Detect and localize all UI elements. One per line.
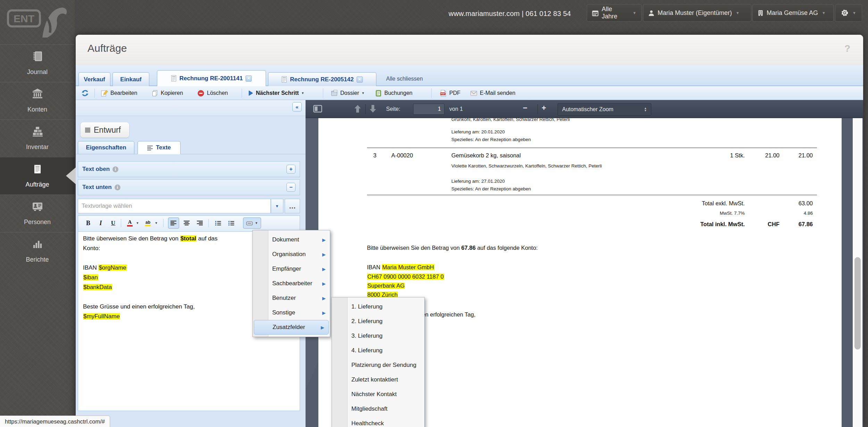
- menu-item-organisation[interactable]: Organisation▶: [253, 247, 330, 262]
- toolbar-separator: [94, 89, 95, 98]
- close-icon[interactable]: ✕: [245, 75, 252, 82]
- section-title: Text unten: [82, 184, 112, 191]
- tab-texte[interactable]: Texte: [137, 141, 181, 154]
- variable-menu: Dokument▶ Organisation▶ Empfänger▶ Sachb…: [252, 230, 330, 337]
- editor-toolbar-separator: [121, 219, 121, 227]
- submenu-item-3-lieferung[interactable]: 3. Lieferung: [332, 329, 424, 343]
- pdf-sidebar-toggle-icon[interactable]: [313, 105, 322, 113]
- close-all-tabs-link[interactable]: Alle schliessen: [386, 76, 423, 82]
- submenu-item-naechster-kontakt[interactable]: Nächster Kontakt: [332, 387, 424, 402]
- copy-button[interactable]: Kopieren: [150, 87, 184, 99]
- zoom-in-button[interactable]: +: [542, 104, 546, 113]
- next-step-button[interactable]: Nächster Schritt ▼: [247, 87, 306, 99]
- italic-button[interactable]: I: [95, 217, 106, 229]
- dossier-button[interactable]: Dossier ▼: [329, 87, 366, 99]
- align-right-button[interactable]: [194, 217, 206, 229]
- calendar-icon: [592, 10, 599, 16]
- menu-item-sachbearbeiter[interactable]: Sachbearbeiter▶: [253, 276, 330, 291]
- collapse-section-button[interactable]: −: [286, 183, 295, 192]
- company-menu-button[interactable]: Maria Gemüse AG ▼: [752, 4, 834, 22]
- year-filter-button[interactable]: Alle Jahre ▼: [587, 4, 642, 22]
- menu-item-benutzer[interactable]: Benutzer▶: [253, 291, 330, 305]
- tab-label: Eigenschaften: [86, 144, 126, 151]
- chevron-down-icon: ▼: [275, 204, 279, 208]
- previous-page-icon[interactable]: [353, 104, 362, 113]
- year-filter-label: Alle Jahre: [602, 6, 629, 20]
- boxes-icon: [0, 125, 75, 137]
- next-page-icon[interactable]: [369, 104, 377, 113]
- bold-button[interactable]: B: [83, 217, 94, 229]
- text-top-section[interactable]: Text oben i +: [78, 161, 300, 177]
- zoom-out-button[interactable]: −: [523, 104, 527, 113]
- close-icon[interactable]: ✕: [357, 76, 363, 83]
- sidebar-item-auftraege[interactable]: Aufträge: [0, 157, 75, 195]
- submenu-item-2-lieferung[interactable]: 2. Lieferung: [332, 314, 424, 329]
- receipt-icon: [0, 163, 75, 175]
- submenu-item-zuletzt-kontaktiert[interactable]: Zuletzt kontaktiert: [332, 372, 424, 387]
- font-color-caret[interactable]: ▼: [135, 217, 140, 229]
- menu-item-dokument[interactable]: Dokument▶: [253, 232, 330, 247]
- template-dropdown-button[interactable]: ▼: [271, 199, 283, 213]
- text-lines-icon: [147, 145, 153, 150]
- select-arrows-icon: ▲▼: [644, 107, 647, 112]
- tab-rechnung-re-2001141[interactable]: Rechnung RE-2001141 ✕: [157, 70, 266, 86]
- bookings-button[interactable]: Buchungen: [374, 87, 414, 99]
- tab-rechnung-re-2005142[interactable]: Rechnung RE-2005142 ✕: [268, 72, 376, 86]
- text-bottom-section[interactable]: Text unten i −: [78, 179, 300, 195]
- submenu-item-healthcheck[interactable]: Healthcheck: [332, 416, 424, 427]
- page-number-input[interactable]: [413, 104, 444, 115]
- sidebar-item-personen[interactable]: Personen: [0, 195, 75, 232]
- tab-einkauf[interactable]: Einkauf: [112, 72, 149, 86]
- page-label: Seite:: [386, 106, 400, 112]
- editor-line: $bankData: [83, 284, 112, 291]
- align-left-button[interactable]: [168, 217, 179, 229]
- template-select-input[interactable]: [78, 199, 271, 213]
- menu-item-empfaenger[interactable]: Empfänger▶: [253, 262, 330, 276]
- pdf-scrollbar-thumb[interactable]: [854, 257, 861, 350]
- submenu-item-platzierung[interactable]: Platzierung der Sendung: [332, 358, 424, 372]
- invoice-row-divider: [367, 147, 817, 149]
- invoice-row-qty: 1 Stk.: [730, 152, 745, 159]
- button-label: Bearbeiten: [110, 90, 137, 96]
- font-color-button[interactable]: A: [124, 217, 135, 229]
- invoice-item-description: Violette Karotten, Schwarzwurzeln, Karto…: [451, 163, 602, 169]
- delete-icon: [197, 90, 205, 97]
- sidebar-item-konten[interactable]: Konten: [0, 82, 75, 120]
- tab-eigenschaften[interactable]: Eigenschaften: [78, 141, 134, 154]
- delete-button[interactable]: Löschen: [196, 87, 229, 99]
- align-center-button[interactable]: [181, 217, 192, 229]
- submenu-item-mitgliedschaft[interactable]: Mitgliedschaft: [332, 402, 424, 416]
- button-label: PDF: [449, 90, 460, 96]
- sidebar-item-berichte[interactable]: Berichte: [0, 232, 75, 270]
- help-icon[interactable]: ?: [844, 43, 850, 54]
- menu-item-zusatzfelder[interactable]: Zusatzfelder▶: [254, 320, 329, 335]
- send-email-button[interactable]: E-Mail senden: [469, 87, 517, 99]
- insert-variable-button[interactable]: ▼: [243, 217, 261, 229]
- user-menu-button[interactable]: Maria Muster (Eigentümer) ▼: [643, 4, 751, 22]
- chevron-down-icon: ▼: [852, 11, 856, 15]
- editor-toolbar-separator: [208, 219, 209, 227]
- tab-verkauf[interactable]: Verkauf: [78, 72, 110, 86]
- submenu-item-1-lieferung[interactable]: 1. Lieferung: [332, 299, 424, 314]
- underline-button[interactable]: U: [108, 217, 119, 229]
- settings-button[interactable]: ▼: [835, 4, 862, 22]
- refresh-button[interactable]: [80, 87, 90, 99]
- sidebar-item-inventar[interactable]: Inventar: [0, 120, 75, 157]
- edit-button[interactable]: Bearbeiten: [99, 87, 139, 99]
- expand-section-button[interactable]: +: [286, 165, 295, 174]
- zoom-mode-select[interactable]: Automatischer Zoom ▲▼: [558, 103, 651, 116]
- submenu-item-4-lieferung[interactable]: 4. Lieferung: [332, 343, 424, 358]
- button-label: Löschen: [207, 90, 228, 96]
- collapse-panel-button[interactable]: «: [292, 102, 302, 112]
- highlight-caret[interactable]: ▼: [153, 217, 159, 229]
- bullet-list-button[interactable]: [226, 217, 237, 229]
- pdf-file-icon: PDF: [440, 90, 447, 97]
- editor-line: Beste Grüsse und einen erfolgreichen Tag…: [83, 303, 195, 310]
- pdf-button[interactable]: PDF PDF: [438, 87, 462, 99]
- menu-item-sonstige[interactable]: Sonstige▶: [253, 305, 330, 320]
- highlight-button[interactable]: ab: [142, 217, 153, 229]
- template-more-button[interactable]: …: [285, 199, 300, 213]
- vat-value: 4.86: [804, 211, 813, 216]
- sidebar-item-journal[interactable]: Journal: [0, 44, 75, 82]
- ordered-list-button[interactable]: [212, 217, 224, 229]
